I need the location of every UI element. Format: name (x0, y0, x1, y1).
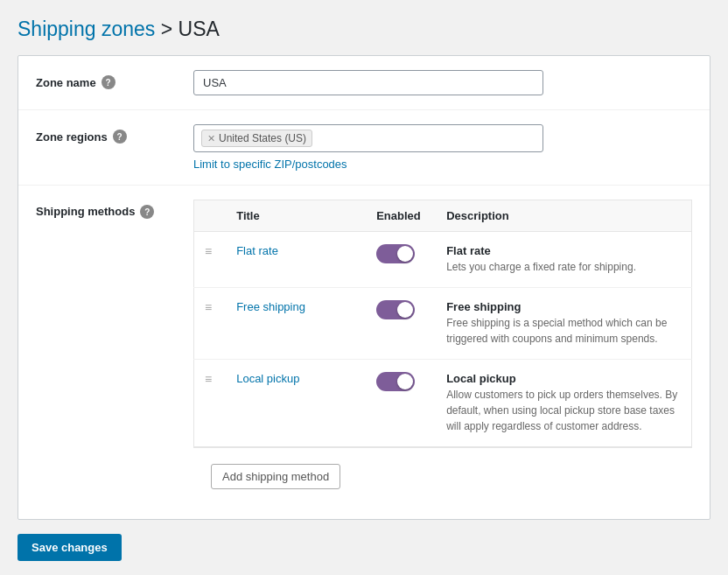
zone-name-label: Zone name ? (36, 70, 193, 89)
col-drag-header (194, 200, 227, 232)
zone-regions-help-icon[interactable]: ? (113, 130, 127, 144)
method-enabled-cell (366, 360, 436, 447)
table-row: ≡ Local pickup Local pickup Allow custom… (194, 360, 692, 447)
settings-card: Zone name ? Zone regions ? ✕ United Stat… (18, 55, 710, 520)
method-desc-title: Free shipping (446, 300, 681, 313)
shipping-zones-link[interactable]: Shipping zones (18, 18, 155, 40)
methods-table-wrap: Title Enabled Description ≡ Flat rate (193, 200, 692, 505)
add-shipping-method-button[interactable]: Add shipping method (211, 464, 340, 489)
method-desc-text: Free shipping is a special method which … (446, 317, 667, 345)
toggle-slider (376, 244, 415, 263)
method-enabled-cell (366, 288, 436, 360)
method-desc-cell: Free shipping Free shipping is a special… (436, 288, 691, 360)
zone-name-field (193, 70, 692, 95)
zone-regions-input[interactable]: ✕ United States (US) (193, 124, 543, 152)
toggle-slider (376, 372, 415, 391)
method-desc-text: Lets you charge a fixed rate for shippin… (446, 261, 636, 273)
methods-bottom: Add shipping method (193, 447, 692, 505)
method-toggle[interactable] (376, 300, 415, 319)
method-title-cell: Flat rate (226, 232, 366, 288)
col-title-header: Title (226, 200, 366, 232)
shipping-methods-section: Shipping methods ? Title Enabled Descrip… (18, 186, 710, 519)
zone-name-row: Zone name ? (18, 56, 710, 110)
drag-handle-cell: ≡ (194, 360, 227, 447)
drag-handle-icon[interactable]: ≡ (205, 300, 215, 314)
region-tag: ✕ United States (US) (201, 130, 312, 147)
toggle-wrap (376, 372, 415, 394)
col-enabled-header: Enabled (366, 200, 436, 232)
limit-zip-link[interactable]: Limit to specific ZIP/postcodes (193, 158, 692, 171)
breadcrumb: Shipping zones > USA (18, 18, 710, 41)
method-title-link[interactable]: Local pickup (236, 372, 299, 385)
method-desc-title: Flat rate (446, 244, 681, 257)
zone-regions-row: Zone regions ? ✕ United States (US) Limi… (18, 110, 710, 186)
method-desc-text: Allow customers to pick up orders themse… (446, 389, 677, 432)
tag-remove-icon[interactable]: ✕ (207, 134, 215, 144)
zone-regions-label: Zone regions ? (36, 124, 193, 144)
zone-regions-field: ✕ United States (US) Limit to specific Z… (193, 124, 692, 171)
table-row: ≡ Free shipping Free shipping Free shipp… (194, 288, 692, 360)
methods-table: Title Enabled Description ≡ Flat rate (193, 200, 692, 447)
method-title-link[interactable]: Flat rate (236, 244, 278, 257)
drag-handle-cell: ≡ (194, 288, 227, 360)
drag-handle-icon[interactable]: ≡ (205, 372, 215, 386)
toggle-slider (376, 300, 415, 319)
breadcrumb-current: USA (178, 18, 220, 40)
drag-handle-icon[interactable]: ≡ (205, 244, 215, 258)
shipping-methods-label: Shipping methods ? (36, 200, 193, 219)
drag-handle-cell: ≡ (194, 232, 227, 288)
breadcrumb-separator: > (161, 18, 172, 40)
table-row: ≡ Flat rate Flat rate Lets you charge a … (194, 232, 692, 288)
method-desc-cell: Local pickup Allow customers to pick up … (436, 360, 691, 447)
method-desc-title: Local pickup (446, 372, 681, 385)
toggle-wrap (376, 300, 415, 322)
method-toggle[interactable] (376, 372, 415, 391)
shipping-methods-help-icon[interactable]: ? (140, 205, 154, 219)
method-desc-cell: Flat rate Lets you charge a fixed rate f… (436, 232, 691, 288)
method-title-link[interactable]: Free shipping (236, 300, 305, 313)
page-wrap: Shipping zones > USA Zone name ? Zone re… (18, 18, 710, 561)
toggle-wrap (376, 244, 415, 266)
method-title-cell: Local pickup (226, 360, 366, 447)
method-enabled-cell (366, 232, 436, 288)
col-desc-header: Description (436, 200, 691, 232)
table-header-row: Title Enabled Description (194, 200, 692, 232)
method-title-cell: Free shipping (226, 288, 366, 360)
zone-name-input[interactable] (193, 70, 543, 95)
save-changes-button[interactable]: Save changes (18, 534, 122, 561)
method-toggle[interactable] (376, 244, 415, 263)
zone-name-help-icon[interactable]: ? (102, 75, 116, 89)
